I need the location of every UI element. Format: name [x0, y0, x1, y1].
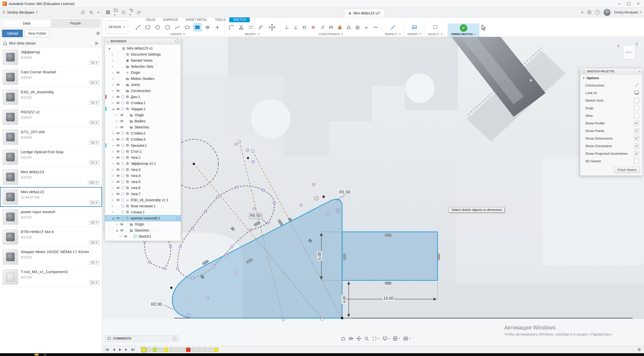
select-icon[interactable]: [431, 24, 439, 31]
activate-component-radio[interactable]: [121, 138, 124, 141]
dock-arrows-icon[interactable]: »: [639, 70, 640, 73]
gear-icon[interactable]: ⚙: [96, 31, 100, 36]
dimension-height[interactable]: 5.00: [317, 251, 322, 260]
activate-component-radio[interactable]: [121, 95, 124, 98]
item-version-badge[interactable]: V1 ▼: [89, 220, 99, 225]
maximize-button[interactable]: [627, 2, 630, 5]
item-version-badge[interactable]: V1 ▼: [89, 100, 99, 105]
browser-row[interactable]: Selection Sets: [105, 63, 181, 70]
breadcrumb-folder-label[interactable]: Mini delta cbeam: [9, 41, 36, 45]
activate-component-radio[interactable]: [121, 132, 124, 135]
avatar[interactable]: [604, 9, 611, 16]
visibility-eye-icon[interactable]: [116, 156, 120, 160]
expand-arrow-icon[interactable]: [111, 96, 115, 98]
options-section-header[interactable]: ▼ Options: [580, 75, 642, 81]
browser-row[interactable]: Стойка:3: [105, 136, 181, 142]
timeline-feature-marker[interactable]: [158, 348, 163, 352]
expand-arrow-icon[interactable]: [115, 120, 118, 122]
new-tab-icon[interactable]: +: [581, 10, 584, 15]
pan-icon[interactable]: [356, 336, 361, 341]
windows-taskbar[interactable]: [0, 353, 644, 356]
expand-arrow-icon[interactable]: [111, 138, 115, 141]
expand-arrow-icon[interactable]: [115, 114, 118, 116]
rectangle-icon[interactable]: [144, 24, 152, 31]
option-control[interactable]: [634, 128, 639, 133]
horizontal-vertical-constraint-icon[interactable]: [283, 24, 290, 31]
visibility-eye-icon[interactable]: [116, 180, 120, 184]
activate-component-radio[interactable]: [121, 101, 124, 104]
timeline-feature-marker[interactable]: [141, 348, 146, 352]
browser-row[interactable]: тяга:3: [105, 167, 181, 173]
option-control[interactable]: [634, 136, 639, 141]
visibility-eye-icon[interactable]: [120, 119, 124, 123]
perpendicular-constraint-icon[interactable]: [292, 24, 299, 31]
dimension-width[interactable]: 10.00: [383, 296, 394, 301]
browser-row[interactable]: Крышка:1: [105, 142, 181, 148]
visibility-eye-icon[interactable]: [116, 144, 120, 147]
document-tab[interactable]: ▣ Mini delta123 v1*: [344, 9, 385, 17]
item-version-badge[interactable]: V1 ▼: [89, 260, 99, 265]
timeline-settings-gear-icon[interactable]: ⚙: [638, 347, 641, 352]
browser-row[interactable]: Стол:1: [105, 148, 181, 154]
activate-component-radio[interactable]: [121, 174, 124, 177]
sync-icon[interactable]: [81, 10, 85, 14]
palette-option-row[interactable]: Show Constraints: [580, 142, 642, 150]
two-point-rectangle-active-icon[interactable]: [193, 23, 201, 31]
expand-arrow-icon[interactable]: [115, 223, 118, 226]
taskbar-app-icon[interactable]: [35, 354, 39, 355]
expand-arrow-icon[interactable]: [111, 168, 115, 171]
activate-component-radio[interactable]: [121, 162, 124, 165]
expand-arrow-icon[interactable]: [111, 217, 115, 219]
toolbar-tab[interactable]: SKETCH: [229, 17, 250, 22]
finish-sketch-button[interactable]: ✓ FINISH SKETCH▼: [448, 24, 479, 37]
help-icon[interactable]: ?: [595, 10, 600, 15]
browser-row[interactable]: Named Views: [105, 57, 181, 63]
list-item[interactable]: GT2_20T-sh8 3/19/20 V1 ▼: [0, 127, 102, 147]
browser-row[interactable]: Стойка:2: [105, 130, 181, 136]
palette-option-row[interactable]: Show Points: [580, 127, 642, 135]
browser-row[interactable]: Sketches: [105, 227, 181, 233]
expand-arrow-icon[interactable]: [111, 199, 115, 201]
dimension-offset[interactable]: 4.00: [342, 295, 347, 304]
dimension-radius-3[interactable]: R2.00: [150, 302, 163, 307]
expand-arrow-icon[interactable]: [111, 132, 115, 135]
timeline-feature-marker[interactable]: [153, 348, 157, 352]
timeline-feature-marker[interactable]: [197, 348, 202, 352]
browser-row[interactable]: стенка:1: [105, 209, 181, 215]
visibility-eye-icon[interactable]: [116, 95, 120, 99]
option-control[interactable]: [634, 151, 639, 156]
option-control[interactable]: [634, 144, 639, 148]
finish-sketch-palette-button[interactable]: Finish Sketch: [614, 167, 640, 173]
comments-expand-icon[interactable]: [173, 337, 176, 340]
skip-to-start-icon[interactable]: [105, 348, 109, 351]
palette-option-row[interactable]: Look At: [580, 89, 642, 97]
ellipse-icon[interactable]: [183, 24, 191, 31]
list-item[interactable]: Mini delta123 3/27/20 V21 ▼: [0, 167, 102, 187]
point-icon[interactable]: [214, 24, 221, 31]
expand-arrow-icon[interactable]: [111, 144, 115, 147]
sketch-palette-header[interactable]: SKETCH PALETTE »: [580, 68, 642, 75]
step-back-icon[interactable]: [112, 348, 115, 351]
browser-row[interactable]: Motion Studies: [105, 76, 181, 82]
expand-arrow-icon[interactable]: [111, 65, 115, 68]
activate-component-radio[interactable]: [121, 217, 124, 220]
timeline-feature-marker[interactable]: [208, 348, 213, 352]
browser-row[interactable]: Стойка:1: [105, 100, 181, 106]
expand-arrow-icon[interactable]: [111, 150, 115, 153]
trim-icon[interactable]: [237, 24, 245, 31]
view-cube[interactable]: TOP: [623, 45, 635, 59]
browser-row[interactable]: Дно:1: [105, 94, 181, 100]
option-control[interactable]: [634, 121, 639, 126]
activate-component-radio[interactable]: [121, 211, 124, 214]
fillet-icon[interactable]: [227, 24, 235, 31]
activate-component-radio[interactable]: [121, 156, 124, 159]
app-grid-icon[interactable]: ⠿: [3, 10, 5, 15]
activate-component-radio[interactable]: [121, 186, 124, 189]
profile-name[interactable]: Dmitry Berdyaev ▼: [614, 10, 642, 14]
extend-icon[interactable]: [247, 24, 255, 31]
list-item[interactable]: E3D_v6_Assembly 3/17/20 V1 ▼: [0, 87, 102, 107]
polygon-constraint-icon[interactable]: [345, 24, 352, 31]
expand-arrow-icon[interactable]: [119, 235, 122, 238]
item-version-badge[interactable]: V1 ▼: [89, 160, 99, 165]
expand-arrow-icon[interactable]: [111, 90, 115, 92]
